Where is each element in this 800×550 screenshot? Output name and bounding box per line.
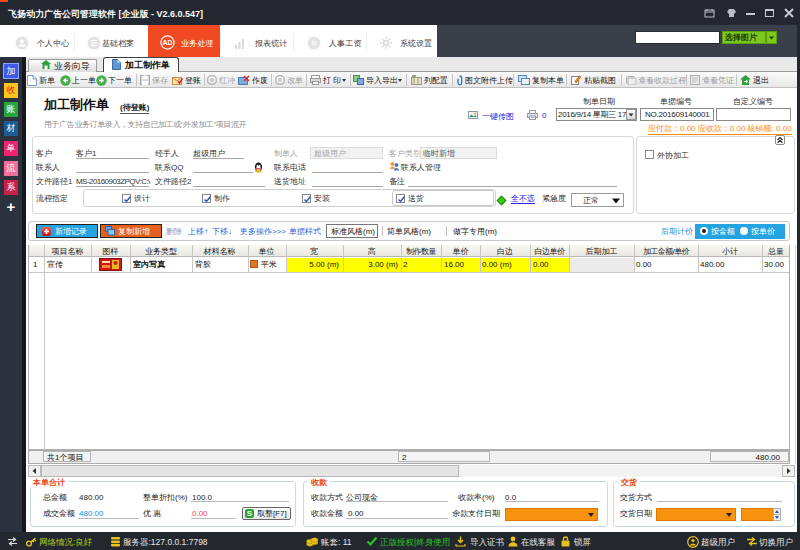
svg-text:R: R (311, 40, 316, 47)
svg-text:AD: AD (162, 39, 172, 46)
